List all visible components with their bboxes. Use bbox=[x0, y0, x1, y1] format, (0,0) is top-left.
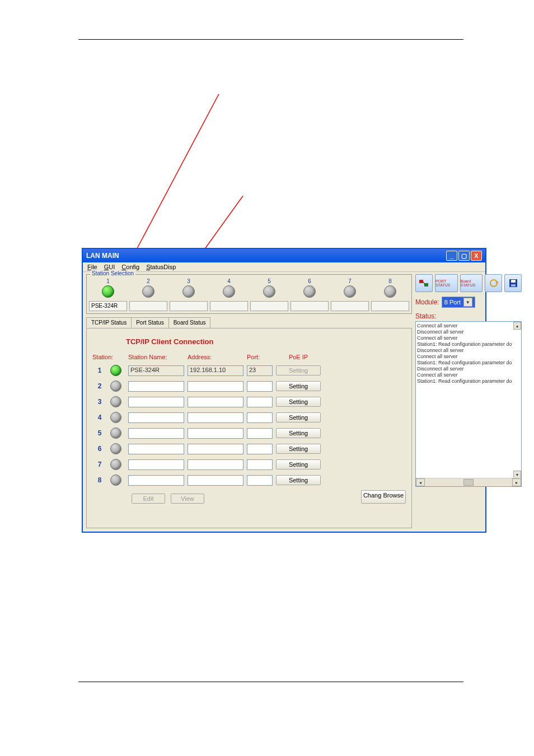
tab-tcpip-status[interactable]: TCP/IP Status bbox=[86, 317, 132, 328]
address-field[interactable] bbox=[188, 444, 243, 454]
row-status-orb[interactable] bbox=[110, 428, 121, 439]
setting-button[interactable]: Setting bbox=[276, 475, 321, 485]
station-orb-4[interactable] bbox=[223, 285, 235, 298]
horizontal-scrollbar[interactable]: ◂ ▸ bbox=[416, 478, 521, 486]
station-name-field[interactable] bbox=[128, 428, 184, 439]
connection-row: 5 Setting bbox=[92, 428, 406, 439]
station-grid: 1 PSE-324R 2 3 4 bbox=[89, 278, 409, 311]
address-field[interactable] bbox=[188, 428, 243, 439]
setting-button[interactable]: Setting bbox=[276, 397, 321, 407]
station-orb-6[interactable] bbox=[303, 285, 316, 298]
port-status-button[interactable]: PORT STATUS bbox=[435, 274, 458, 292]
port-field[interactable] bbox=[247, 475, 273, 486]
status-line: Station1: Read configuration parameter d… bbox=[417, 360, 520, 366]
station-name-field[interactable] bbox=[128, 381, 184, 392]
row-number: 1 bbox=[92, 367, 107, 374]
app-window: LAN MAIN _ ▢ X File GUI Config StatusDis… bbox=[82, 248, 486, 532]
row-status-orb[interactable] bbox=[110, 396, 121, 407]
station-name-field[interactable] bbox=[128, 459, 184, 470]
setting-button[interactable]: Setting bbox=[276, 459, 321, 469]
scroll-left-icon[interactable]: ◂ bbox=[416, 478, 425, 486]
station-orb-3[interactable] bbox=[182, 285, 195, 298]
view-button[interactable]: View bbox=[171, 494, 204, 504]
port-field[interactable] bbox=[247, 381, 273, 392]
station-name-field[interactable] bbox=[128, 475, 184, 486]
status-line: Disconnect all server bbox=[417, 366, 520, 372]
status-line: Connect all server bbox=[417, 372, 520, 378]
port-field[interactable] bbox=[247, 444, 273, 454]
station-name-field[interactable]: PSE-324R bbox=[128, 365, 184, 376]
station-orb-5[interactable] bbox=[263, 285, 275, 298]
connect-icon[interactable] bbox=[415, 274, 433, 292]
row-status-orb[interactable] bbox=[110, 381, 121, 392]
station-name-2 bbox=[129, 301, 167, 311]
station-name-field[interactable] bbox=[128, 444, 184, 454]
station-name-6 bbox=[291, 301, 329, 311]
scroll-down-icon[interactable]: ▾ bbox=[513, 471, 521, 478]
close-button[interactable]: X bbox=[471, 251, 482, 261]
scroll-up-icon[interactable]: ▴ bbox=[513, 322, 521, 330]
menu-config[interactable]: Config bbox=[121, 264, 139, 270]
address-field[interactable] bbox=[188, 475, 243, 486]
menu-file[interactable]: File bbox=[87, 264, 97, 270]
station-cell-8: 8 bbox=[371, 278, 409, 311]
address-field[interactable] bbox=[188, 459, 243, 470]
content-area: Station Selection 1 PSE-324R 2 3 bbox=[83, 272, 485, 532]
row-status-orb[interactable] bbox=[110, 365, 121, 376]
tcpip-panel: TCP/IP Client Connection Station: Statio… bbox=[86, 328, 412, 528]
menu-statusdisp[interactable]: StatusDisp bbox=[146, 264, 176, 270]
row-status-orb[interactable] bbox=[110, 459, 121, 470]
row-status-orb[interactable] bbox=[110, 412, 121, 423]
page-rule-top bbox=[78, 39, 463, 40]
setting-button[interactable]: Setting bbox=[276, 381, 321, 391]
station-cell-4: 4 bbox=[210, 278, 248, 311]
station-orb-2[interactable] bbox=[142, 285, 154, 298]
setting-button[interactable]: Setting bbox=[276, 365, 321, 375]
address-field[interactable] bbox=[188, 412, 243, 423]
station-orb-1[interactable] bbox=[102, 285, 114, 298]
maximize-button[interactable]: ▢ bbox=[458, 251, 470, 261]
setting-button[interactable]: Setting bbox=[276, 412, 321, 422]
row-number: 4 bbox=[92, 414, 107, 421]
scroll-right-icon[interactable]: ▸ bbox=[512, 478, 521, 486]
right-column: PORT STATUS Board STATUS Module: 8 Port … bbox=[415, 274, 522, 528]
tab-port-status[interactable]: Port Status bbox=[131, 317, 168, 328]
svg-rect-11 bbox=[511, 284, 516, 287]
status-line: Station1: Read configuration parameter d… bbox=[417, 341, 520, 348]
setting-button[interactable]: Setting bbox=[276, 428, 321, 438]
address-field[interactable]: 192.168.1.10 bbox=[188, 365, 243, 376]
menu-gui[interactable]: GUI bbox=[104, 264, 115, 270]
station-orb-8[interactable] bbox=[384, 285, 396, 298]
port-field[interactable] bbox=[247, 459, 273, 470]
port-field[interactable]: 23 bbox=[247, 365, 273, 376]
status-log[interactable]: ▴ Connect all serverDisconnect all serve… bbox=[415, 321, 522, 487]
edit-button[interactable]: Edit bbox=[132, 494, 165, 504]
connection-row: 2 Setting bbox=[92, 381, 406, 392]
port-field[interactable] bbox=[247, 428, 273, 439]
tab-board-status[interactable]: Board Status bbox=[168, 317, 211, 328]
row-status-orb[interactable] bbox=[110, 443, 121, 454]
title-bar[interactable]: LAN MAIN _ ▢ X bbox=[83, 249, 485, 262]
address-field[interactable] bbox=[188, 381, 243, 392]
save-icon[interactable] bbox=[504, 274, 522, 292]
connection-row: 3 Setting bbox=[92, 396, 406, 407]
module-select[interactable]: 8 Port ▼ bbox=[442, 297, 475, 308]
refresh-icon[interactable] bbox=[485, 274, 502, 292]
hd-station: Station: bbox=[92, 354, 125, 360]
setting-button[interactable]: Setting bbox=[276, 444, 321, 454]
station-name-3 bbox=[170, 301, 208, 311]
board-status-button[interactable]: Board STATUS bbox=[460, 274, 483, 292]
station-name-field[interactable] bbox=[128, 412, 184, 423]
hd-port: Port: bbox=[247, 354, 273, 360]
chang-browse-button[interactable]: Chang Browse bbox=[361, 490, 406, 504]
station-name-field[interactable] bbox=[128, 397, 184, 407]
row-status-orb[interactable] bbox=[110, 475, 121, 486]
port-field[interactable] bbox=[247, 397, 273, 407]
address-field[interactable] bbox=[188, 397, 243, 407]
port-field[interactable] bbox=[247, 412, 273, 423]
station-orb-7[interactable] bbox=[344, 285, 356, 298]
row-number: 5 bbox=[92, 429, 107, 437]
minimize-button[interactable]: _ bbox=[446, 251, 457, 261]
scrollbar-thumb[interactable] bbox=[463, 479, 474, 486]
menu-bar: File GUI Config StatusDisp bbox=[83, 262, 485, 272]
